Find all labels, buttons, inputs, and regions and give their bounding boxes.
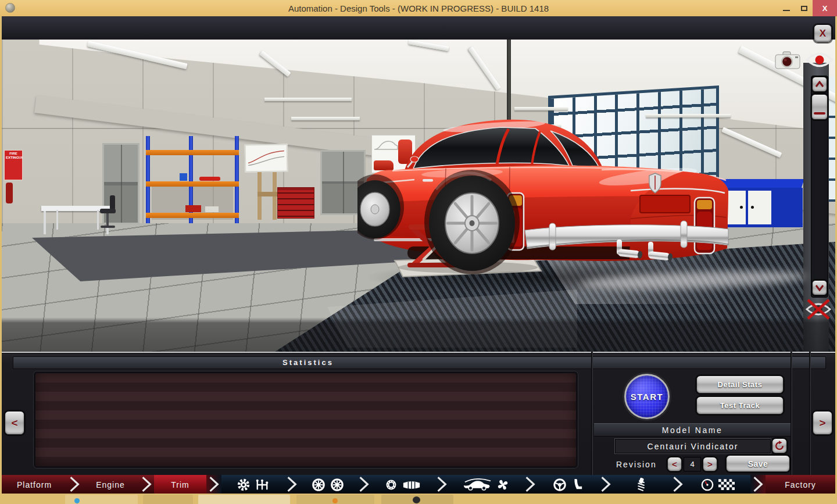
red-toolbox (277, 187, 314, 219)
chevron-separator-icon (67, 475, 82, 494)
tab-factory[interactable]: Factory (766, 475, 835, 494)
revision-label: Revision (616, 460, 657, 469)
wall-light (291, 117, 360, 120)
model-name-header: Model Name (594, 423, 791, 437)
tab-brakes[interactable] (371, 475, 434, 494)
tab-engine[interactable]: Engine (82, 475, 139, 494)
fan-icon (496, 478, 509, 491)
window-border (0, 16, 2, 494)
detail-stats-button[interactable]: Detail Stats (696, 376, 784, 394)
scrollbar-thumb[interactable] (811, 94, 828, 120)
panel-divider (809, 352, 811, 475)
panel-divider (791, 352, 792, 475)
chevron-separator-icon (284, 475, 299, 494)
revision-next-button[interactable]: > (703, 457, 717, 471)
minimize-button[interactable] (778, 0, 795, 16)
tab-gearbox[interactable] (221, 475, 284, 494)
window-controls: X (778, 0, 837, 16)
chevron-separator-icon (206, 475, 221, 494)
panel-next-button[interactable]: > (813, 411, 832, 435)
visibility-eye-button[interactable] (806, 51, 834, 69)
checkered-flag-icon (718, 479, 735, 491)
gauge-icon (701, 478, 714, 491)
chevron-separator-icon (598, 475, 613, 494)
tire-icon (312, 478, 326, 492)
rear-wheel (424, 170, 520, 274)
titlebar[interactable]: Automation - Design Tools - (WORK IN PRO… (0, 0, 837, 16)
model-name-input[interactable] (615, 439, 771, 453)
revision-value: 4 (684, 457, 701, 471)
statistics-box (34, 371, 578, 468)
tire-icon (330, 478, 344, 492)
regenerate-name-button[interactable] (772, 438, 787, 453)
maximize-button[interactable] (795, 0, 813, 16)
gear-icon (237, 478, 251, 492)
tab-interior[interactable] (538, 475, 598, 494)
office-chair (110, 195, 115, 210)
test-track-button[interactable]: Test Track (696, 396, 784, 414)
foreground-shadow (2, 317, 835, 352)
license-recess (640, 195, 690, 213)
start-button[interactable]: START (624, 374, 670, 419)
photo-mode-button[interactable] (775, 51, 802, 70)
steering-wheel-icon (553, 478, 567, 492)
chevron-separator-icon (750, 475, 766, 494)
storage-rack (146, 136, 239, 223)
scroll-down-button[interactable] (812, 280, 827, 295)
app-icon (5, 3, 15, 13)
taskbar-item[interactable] (143, 495, 193, 504)
taskbar-item[interactable] (198, 495, 290, 504)
suspension-icon (635, 477, 649, 492)
whiteboard (245, 144, 288, 172)
car-mirror (410, 156, 419, 162)
save-button[interactable]: Save (726, 455, 790, 472)
window-title: Automation - Design Tools - (WORK IN PRO… (0, 3, 837, 13)
brake-disc-icon (385, 478, 398, 491)
statistics-title: Statistics (282, 358, 334, 367)
wall-light (514, 107, 568, 110)
tab-trim[interactable]: Trim (154, 475, 206, 494)
tab-wheels[interactable] (299, 475, 356, 494)
car-3d-model (357, 115, 735, 278)
panel-close-button[interactable]: X (814, 24, 832, 42)
bottom-panel: Statistics START Detail Stats Test Track… (2, 352, 835, 475)
tab-testing[interactable] (685, 475, 750, 494)
gear-shifter-icon (255, 478, 269, 491)
camera-lens-icon (782, 56, 792, 67)
tab-platform[interactable]: Platform (2, 475, 67, 494)
panel-divider (591, 352, 593, 475)
close-button[interactable]: X (813, 0, 837, 16)
chevron-separator-icon (670, 475, 685, 494)
taskbar-icon (332, 498, 338, 503)
tab-suspension[interactable] (613, 475, 670, 494)
taskbar-icon (413, 496, 420, 503)
statistics-header (13, 356, 826, 369)
top-toolbar (2, 16, 835, 40)
brake-pad-icon (402, 480, 421, 491)
fire-extinguisher-sign: FIRE EXTINGUISHER (4, 150, 23, 180)
car-body-aero-icon (463, 478, 492, 491)
chevron-separator-icon (139, 475, 154, 494)
seat-icon (571, 478, 583, 492)
app-window: Automation - Design Tools - (WORK IN PRO… (0, 0, 837, 504)
chevron-separator-icon (523, 475, 538, 494)
chevron-separator-icon (356, 475, 371, 494)
revision-prev-button[interactable]: < (667, 457, 682, 471)
refresh-icon (774, 441, 785, 451)
chevron-separator-icon (434, 475, 449, 494)
taskbar-icon (74, 498, 80, 503)
tail-light-right (695, 198, 714, 253)
hide-ui-eye-crossed-button[interactable] (803, 298, 834, 321)
tab-body-aero[interactable] (449, 475, 523, 494)
os-taskbar[interactable] (0, 494, 837, 504)
scroll-up-button[interactable] (812, 77, 827, 92)
design-tab-bar: Platform Engine Trim (2, 475, 835, 494)
wall-light (264, 98, 352, 101)
3d-viewport[interactable]: FIRE EXTINGUISHER (2, 40, 835, 352)
panel-prev-button[interactable]: < (5, 411, 24, 435)
fire-extinguisher (6, 183, 13, 203)
